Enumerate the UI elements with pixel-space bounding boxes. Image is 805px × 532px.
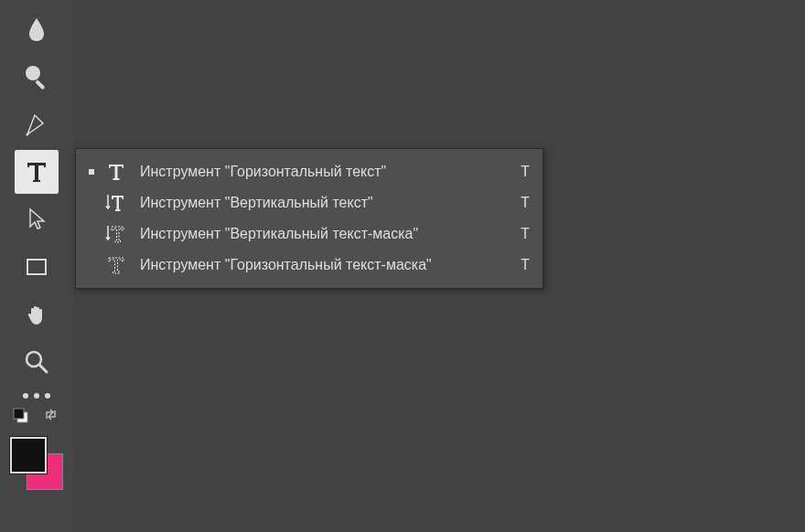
hand-icon: [23, 301, 50, 328]
flyout-item-label: Инструмент "Вертикальный текст-маска": [133, 226, 506, 242]
svg-point-4: [27, 352, 41, 367]
flyout-item-shortcut: T: [506, 195, 530, 211]
svg-rect-7: [14, 409, 24, 419]
flyout-item-horizontal-type[interactable]: Инструмент "Горизонтальный текст" T: [76, 156, 542, 187]
pen-icon: [23, 111, 50, 138]
path-selection-tool[interactable]: [15, 197, 59, 241]
selected-indicator: [83, 169, 100, 175]
zoom-tool[interactable]: [15, 340, 59, 384]
droplet-icon: [23, 16, 50, 43]
svg-point-2: [27, 133, 29, 136]
flyout-item-label: Инструмент "Вертикальный текст": [133, 195, 506, 211]
svg-line-5: [39, 365, 47, 372]
type-tool[interactable]: [15, 150, 59, 194]
blur-tool[interactable]: [15, 7, 59, 51]
horizontal-type-icon: [100, 161, 133, 183]
vertical-type-mask-icon: [100, 223, 133, 245]
flyout-item-vertical-type-mask[interactable]: Инструмент "Вертикальный текст-маска" T: [76, 218, 542, 250]
flyout-item-vertical-type[interactable]: Инструмент "Вертикальный текст" T: [76, 187, 542, 218]
pen-tool[interactable]: [15, 102, 59, 146]
vertical-type-icon: [100, 192, 133, 214]
svg-rect-3: [27, 260, 46, 274]
edit-toolbar-button[interactable]: [23, 393, 50, 399]
flyout-item-horizontal-type-mask[interactable]: Инструмент "Горизонтальный текст-маска" …: [76, 250, 542, 281]
foreground-color-swatch[interactable]: [10, 437, 47, 473]
flyout-item-shortcut: T: [506, 164, 530, 180]
rectangle-tool[interactable]: [15, 245, 59, 289]
svg-rect-1: [35, 80, 45, 90]
flyout-item-label: Инструмент "Горизонтальный текст-маска": [133, 257, 506, 273]
dodge-tool[interactable]: [15, 55, 59, 99]
horizontal-type-mask-icon: [100, 254, 133, 276]
color-swatches[interactable]: [10, 437, 63, 490]
flyout-item-label: Инструмент "Горизонтальный текст": [133, 164, 506, 180]
svg-point-0: [26, 66, 40, 80]
color-controls: [13, 408, 60, 424]
default-colors-icon[interactable]: [13, 408, 29, 424]
arrow-cursor-icon: [24, 207, 49, 232]
swap-colors-icon[interactable]: [44, 408, 60, 424]
magnifier-lollipop-icon: [23, 63, 50, 90]
hand-tool[interactable]: [15, 293, 59, 336]
type-icon: [23, 158, 50, 186]
flyout-item-shortcut: T: [506, 226, 530, 242]
type-tool-flyout: Инструмент "Горизонтальный текст" T Инст…: [75, 148, 543, 289]
magnifier-icon: [23, 348, 50, 376]
flyout-item-shortcut: T: [506, 257, 530, 273]
rectangle-icon: [23, 253, 50, 281]
toolbar: [0, 0, 73, 532]
